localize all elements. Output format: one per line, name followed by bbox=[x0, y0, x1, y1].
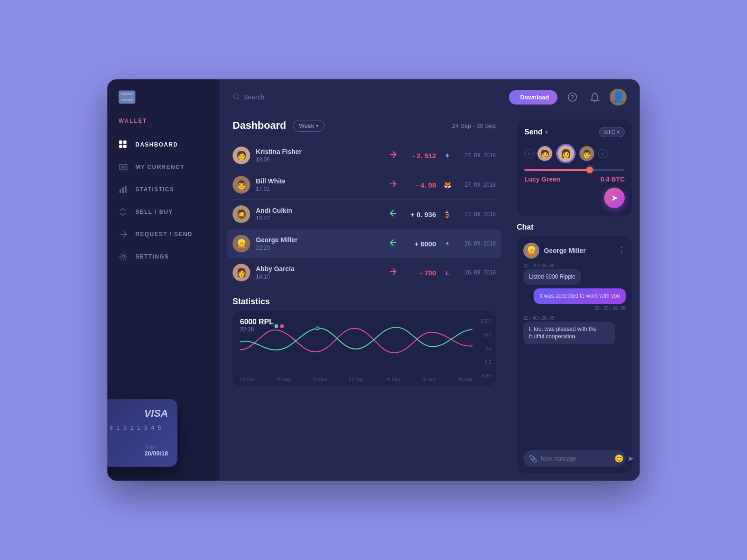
chat-timestamp: 22 : 30 / 26. 09 Listed 6000 Ripple bbox=[523, 263, 626, 285]
currency-label: BTC bbox=[604, 129, 615, 135]
card-number: 1 1 2 3 5 8 1 3 2 1 3 4 5 5 8 9 bbox=[107, 424, 168, 438]
list-item: It was accepted to work with you bbox=[534, 288, 626, 304]
tx-date: 27. 09. 2018 bbox=[458, 211, 496, 217]
card-finish-date: 20/09/18 bbox=[144, 450, 168, 457]
svg-rect-8 bbox=[125, 186, 127, 193]
tx-amount: + 0. 936 bbox=[403, 210, 436, 218]
transaction-list: 🧑 Kristina Fisher 18:06 - 2. 512 ♦ 27. 0… bbox=[233, 141, 496, 287]
avatar: 👩 bbox=[233, 264, 250, 281]
sidebar-item-dashboard[interactable]: DASHBOARD bbox=[107, 133, 219, 156]
table-row[interactable]: 👱 George Miller 22:20 + 6000 ✦ 26. 09. 2… bbox=[227, 229, 501, 258]
sidebar-item-label: MY CURRENCY bbox=[135, 164, 185, 170]
tx-date: 27. 09. 2018 bbox=[458, 182, 496, 188]
chat-section: Chat 👱 George Miller ⋮ bbox=[517, 223, 632, 473]
svg-rect-0 bbox=[119, 140, 122, 144]
avatar: 👩 bbox=[556, 144, 576, 163]
send-info: Lucy Green 0.4 BTC bbox=[524, 175, 625, 183]
statistics-title: Statistics bbox=[233, 297, 496, 307]
sent-message: It was accepted to work with you 22 : 35… bbox=[523, 288, 626, 312]
chat-menu-icon[interactable]: ⋮ bbox=[617, 245, 626, 256]
header: Search Download bbox=[219, 79, 640, 115]
tx-time: 15:42 bbox=[256, 215, 388, 222]
currency-selector[interactable]: BTC ▾ bbox=[599, 127, 625, 137]
avatar: 👱 bbox=[233, 235, 250, 252]
tx-amount: - 2. 512 bbox=[403, 152, 436, 160]
chart-y-labels: 6500 650 65 6.5 0.65 bbox=[481, 319, 491, 378]
sell-buy-icon bbox=[119, 207, 128, 217]
visa-logo: VISA bbox=[107, 407, 168, 420]
sidebar-item-label: STATISTICS bbox=[135, 186, 174, 193]
amount-slider[interactable] bbox=[524, 169, 625, 171]
currency-icon bbox=[119, 162, 128, 172]
sidebar-item-request-send[interactable]: REQUEST / SEND bbox=[107, 223, 219, 245]
svg-rect-5 bbox=[121, 166, 126, 168]
chevron-down-icon: ▾ bbox=[545, 130, 548, 135]
sidebar-item-label: REQUEST / SEND bbox=[135, 231, 192, 238]
btc-amount: 0.4 BTC bbox=[600, 175, 625, 183]
search-bar[interactable]: Search bbox=[233, 93, 264, 102]
table-row[interactable]: 🧔 Andi Culkin 15:42 + 0. 936 ₿ 27. 09. 2… bbox=[233, 200, 496, 229]
tx-time: 18:06 bbox=[256, 156, 388, 163]
arrow-in-icon bbox=[388, 209, 398, 220]
arrow-out-icon bbox=[388, 150, 398, 161]
user-avatar[interactable]: 👤 bbox=[610, 89, 627, 105]
search-placeholder: Search bbox=[244, 93, 264, 101]
chat-person-name: George Miller bbox=[544, 247, 585, 254]
tx-info: Bill White 17:01 bbox=[256, 177, 388, 192]
tx-name: Bill White bbox=[256, 177, 388, 185]
sidebar-item-statistics[interactable]: STATISTICS bbox=[107, 178, 219, 201]
tx-name: Andi Culkin bbox=[256, 207, 388, 214]
sidebar-item-label: DASHBOARD bbox=[135, 141, 178, 148]
svg-rect-2 bbox=[119, 145, 122, 148]
dashboard-title-row: Dashboard Week ▾ bbox=[233, 119, 324, 132]
tx-date: 26. 09. 2018 bbox=[458, 269, 496, 276]
send-title[interactable]: Send ▾ bbox=[524, 128, 548, 136]
statistics-icon bbox=[119, 185, 128, 194]
date-range: 24 Sep - 30 Sep bbox=[452, 122, 496, 129]
arrow-in-icon bbox=[388, 238, 398, 249]
search-icon bbox=[233, 93, 240, 102]
svg-rect-6 bbox=[120, 189, 121, 193]
tx-coin-icon: ₿ bbox=[442, 209, 453, 220]
sidebar-logo bbox=[107, 91, 219, 118]
tx-amount: + 6000 bbox=[403, 240, 436, 248]
avatar: 🧑 bbox=[233, 147, 250, 164]
sidebar-item-sell-buy[interactable]: SELL / BUY bbox=[107, 201, 219, 223]
svg-rect-7 bbox=[122, 187, 124, 193]
statistics-section: Statistics 6000 RPL 22:20 6500 bbox=[233, 297, 496, 386]
table-row[interactable]: 🧑 Kristina Fisher 18:06 - 2. 512 ♦ 27. 0… bbox=[233, 141, 496, 170]
tx-info: Abby Garcia 14:10 bbox=[256, 265, 388, 280]
arrow-out-icon bbox=[388, 179, 398, 190]
send-card: Send ▾ BTC ▾ ‹ 🧑 bbox=[517, 119, 632, 216]
chat-person-info: 👱 George Miller bbox=[523, 243, 585, 259]
sidebar-item-settings[interactable]: SETTINGS bbox=[107, 245, 219, 268]
chat-input[interactable] bbox=[541, 455, 611, 462]
send-button[interactable]: ➤ bbox=[604, 188, 625, 208]
chat-send-icon[interactable]: ➤ bbox=[627, 454, 634, 463]
tx-info: Kristina Fisher 18:06 bbox=[256, 148, 388, 163]
list-item: I, too, was pleased with the fruitful co… bbox=[523, 322, 615, 345]
logo-icon bbox=[119, 91, 135, 104]
tx-date: 27. 09. 2018 bbox=[458, 152, 496, 159]
tx-info: George Miller 22:20 bbox=[256, 236, 388, 251]
sidebar-item-my-currency[interactable]: MY CURRENCY bbox=[107, 156, 219, 178]
notification-icon[interactable] bbox=[587, 90, 602, 105]
table-row[interactable]: 👩 Abby Garcia 14:10 - 700 Ł 26. 09. 2018 bbox=[233, 258, 496, 287]
week-filter[interactable]: Week ▾ bbox=[293, 120, 324, 132]
slider-fill bbox=[524, 169, 590, 171]
svg-point-12 bbox=[572, 99, 573, 100]
emoji-icon[interactable]: 😊 bbox=[614, 454, 624, 463]
attachment-icon[interactable]: 📎 bbox=[529, 455, 537, 462]
avatar: 🧔 bbox=[233, 205, 250, 223]
sidebar-item-label: SETTINGS bbox=[135, 253, 169, 260]
download-button[interactable]: Download bbox=[509, 90, 557, 105]
prev-recipient-button[interactable]: ‹ bbox=[524, 149, 534, 158]
recipient-name: Lucy Green bbox=[524, 175, 560, 183]
send-header: Send ▾ BTC ▾ bbox=[524, 127, 625, 137]
send-label: Send bbox=[524, 128, 543, 136]
dashboard-header: Dashboard Week ▾ 24 Sep - 30 Sep bbox=[233, 119, 496, 132]
help-icon[interactable] bbox=[565, 90, 580, 105]
table-row[interactable]: 👨 Bill White 17:01 - 4. 08 🦊 27. 09. 201… bbox=[233, 170, 496, 200]
week-label: Week bbox=[299, 122, 314, 129]
next-recipient-button[interactable]: › bbox=[598, 149, 607, 158]
